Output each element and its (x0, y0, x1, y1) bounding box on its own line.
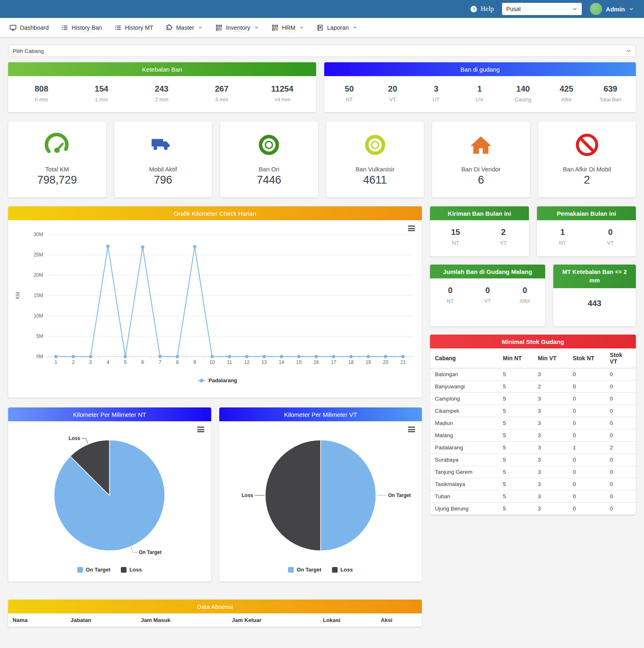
user-menu[interactable]: Admin (590, 3, 634, 15)
data-absensi-table: NamaJabatanJam MasukJam KeluarLokasiAksi (8, 613, 422, 627)
legend-item-loss[interactable]: Loss (121, 567, 142, 573)
stat-label: NT (338, 96, 360, 103)
svg-text:5M: 5M (36, 333, 43, 339)
stat-value: 0 (440, 286, 461, 295)
table-row: Surabaya5300 (430, 454, 636, 466)
gudang-malang-card: Jumlah Ban di Gudang Malang 0NT0VT0Afkir (430, 265, 545, 326)
menu-item-history-ban[interactable]: History Ban (55, 18, 108, 37)
table-cell: 3 (533, 393, 568, 405)
svg-text:1: 1 (55, 359, 57, 365)
km-per-mm-nt-title: Kilometer Per Milimeter NT (8, 407, 211, 421)
menu-item-hrm[interactable]: HRM (265, 18, 310, 37)
column-header: Jam Keluar (227, 613, 319, 627)
stat-uv: 1UV (469, 84, 490, 103)
mini-cards-row-2: Jumlah Ban di Gudang Malang 0NT0VT0Afkir… (430, 265, 636, 326)
table-cell: 3 (533, 490, 568, 503)
table-cell: Cikampek (430, 405, 498, 417)
table-row: Cikampek5300 (430, 405, 636, 417)
right-column: Kiriman Ban Bulan ini 15NT2VT Pemakaian … (430, 206, 636, 515)
chart-menu-icon[interactable] (408, 427, 415, 433)
icon-cards-row: Total KM798,729Mobil Aktif796Ban Ori7446… (8, 122, 636, 197)
table-cell: 0 (605, 503, 636, 515)
table-cell: 5 (498, 454, 533, 466)
minimal-stok-card: Minimal Stok Gudang CabangMin NTMin VTSt… (430, 335, 636, 515)
stat-vt: 0VT (600, 228, 621, 246)
legend-label: Loss (341, 567, 353, 573)
table-cell: 3 (533, 429, 568, 442)
stat-value: 154 (91, 84, 112, 94)
legend-label: Loss (129, 567, 142, 573)
table-header-row: NamaJabatanJam MasukJam KeluarLokasiAksi (8, 613, 422, 627)
menu-item-inventory[interactable]: Inventory (209, 18, 265, 37)
help-button[interactable]: ? Help (470, 5, 494, 13)
table-cell: Tasikmalaya (430, 478, 498, 490)
svg-text:2: 2 (72, 359, 75, 365)
menu-item-dashboard[interactable]: Dashboard (3, 18, 55, 37)
chart-menu-icon[interactable] (197, 427, 204, 433)
svg-text:25M: 25M (34, 252, 43, 258)
legend-item-on-target[interactable]: On Target (288, 567, 321, 573)
chevron-down-icon (254, 25, 259, 30)
tire-icon (253, 131, 285, 158)
table-header-row: CabangMin NTMin VTStok NTStok VT (430, 348, 636, 368)
minimal-stok-table: CabangMin NTMin VTStok NTStok VTBalongan… (430, 348, 636, 515)
svg-text:15: 15 (296, 359, 302, 365)
stat-total-ban: 639Total Ban (599, 84, 621, 103)
table-cell: 3 (533, 478, 568, 490)
svg-text:10M: 10M (34, 313, 43, 319)
stat-value: 1 (469, 84, 490, 94)
menu-item-history-mt[interactable]: History MT (108, 18, 159, 37)
svg-text:0M: 0M (36, 354, 43, 359)
tire-icon (359, 131, 391, 158)
stat-label: VT (382, 96, 403, 103)
km-per-mm-vt-pie[interactable]: On TargetLoss (219, 421, 422, 565)
chevron-down-icon (572, 6, 578, 12)
table-cell: 0 (605, 466, 636, 478)
branch-select[interactable]: Pusat (502, 3, 582, 15)
list-icon (61, 24, 68, 31)
table-cell: 5 (498, 503, 533, 515)
column-header: Stok NT (568, 348, 605, 368)
legend-item-loss[interactable]: Loss (332, 567, 353, 573)
svg-text:15M: 15M (34, 293, 43, 298)
chart-menu-icon[interactable] (408, 225, 415, 232)
menu-item-laporan[interactable]: Laporan (310, 18, 364, 37)
stat-label: VT (477, 298, 498, 304)
table-cell: 0 (568, 503, 605, 515)
stat-card-value: 6 (432, 174, 530, 186)
menu-item-master[interactable]: Master (159, 18, 209, 37)
stat-nt: 1NT (552, 228, 573, 246)
ketebalan-ban-card: Ketebalan Ban 8080 mm1541 mm2432 mm2673 … (8, 62, 316, 112)
menu-item-label: Laporan (327, 24, 349, 31)
km-check-line-chart[interactable]: 0M5M10M15M20M25M30MKM1234567891011121314… (8, 220, 422, 396)
legend-swatch (288, 567, 294, 573)
svg-text:Loss: Loss (241, 493, 253, 498)
chevron-down-icon (626, 48, 631, 54)
mt-ketebalan-value: 443 (553, 288, 636, 326)
pilih-cabang-select[interactable]: Pilih Cabang (8, 45, 636, 57)
km-check-chart-card: Grafik Kilometer Check Harian 0M5M10M15M… (8, 206, 422, 398)
stat-vt: 0VT (477, 286, 498, 304)
stat-card-title: Total KM (8, 166, 106, 173)
svg-text:7: 7 (159, 359, 162, 365)
table-cell: 0 (605, 368, 636, 381)
summary-row: Ketebalan Ban 8080 mm1541 mm2432 mm2673 … (8, 62, 636, 112)
svg-text:On Target: On Target (388, 493, 411, 498)
table-cell: 3 (533, 503, 568, 515)
km-per-mm-nt-pie[interactable]: On TargetLoss (8, 421, 211, 565)
legend-item-on-target[interactable]: On Target (77, 567, 110, 573)
speedometer-icon (41, 131, 73, 158)
table-cell: 0 (568, 490, 605, 503)
legend-swatch (77, 567, 83, 573)
branch-select-value: Pusat (506, 6, 521, 12)
svg-text:?: ? (473, 7, 475, 11)
km-check-chart-body: 0M5M10M15M20M25M30MKM1234567891011121314… (8, 220, 422, 398)
table-cell: 1 (568, 442, 605, 454)
table-row: Balongan5300 (430, 368, 636, 381)
column-header: Min NT (498, 348, 533, 368)
minimal-stok-title: Minimal Stok Gudang (430, 335, 636, 348)
legend-swatch (332, 567, 338, 573)
table-cell: 5 (498, 368, 533, 381)
stat-afkir: 425Afkir (556, 84, 577, 103)
svg-text:KM: KM (15, 292, 21, 299)
